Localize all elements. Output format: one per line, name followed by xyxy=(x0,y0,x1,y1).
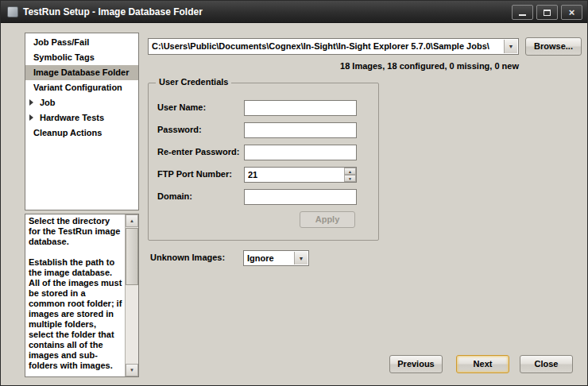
next-button[interactable]: Next xyxy=(456,355,509,373)
image-database-path-value: C:\Users\Public\Documents\Cognex\In-Sigh… xyxy=(152,39,502,54)
close-button-label: Close xyxy=(535,359,559,369)
apply-button[interactable]: Apply xyxy=(300,211,355,228)
minimize-button[interactable] xyxy=(512,5,533,20)
sidebar-item-label: Hardware Tests xyxy=(40,113,104,122)
password-row: Password: xyxy=(149,122,378,138)
maximize-icon xyxy=(544,10,551,16)
testrun-setup-dialog: TestRun Setup - Image Database Folder × … xyxy=(0,0,588,386)
password-input[interactable] xyxy=(244,122,357,138)
description-scrollbar[interactable]: ▲ ▼ xyxy=(125,214,138,376)
maximize-button[interactable] xyxy=(536,5,558,20)
browse-button-label: Browse... xyxy=(534,41,573,51)
window-title: TestRun Setup - Image Database Folder xyxy=(23,1,203,23)
close-icon: × xyxy=(569,7,575,17)
sidebar-item-variant-configuration[interactable]: Variant Configuration xyxy=(25,80,138,95)
window-controls: × xyxy=(512,5,582,20)
sidebar-item-label: Job xyxy=(40,98,56,107)
group-title: User Credentials xyxy=(156,77,231,87)
sidebar-item-image-database-folder[interactable]: Image Database Folder xyxy=(25,65,138,80)
unknown-images-label: Unknown Images: xyxy=(150,253,225,262)
sidebar-item-label: Cleanup Actions xyxy=(33,128,102,137)
spinner-up-icon[interactable]: ▲ xyxy=(344,168,356,175)
user-name-row: User Name: xyxy=(149,100,378,116)
description-panel: Select the directory for the TestRun ima… xyxy=(25,214,139,377)
domain-row: Domain: xyxy=(149,189,378,205)
ftp-port-label: FTP Port Number: xyxy=(157,169,232,179)
user-name-label: User Name: xyxy=(157,102,206,112)
scrollbar-thumb[interactable] xyxy=(126,228,138,285)
ftp-port-row: FTP Port Number: ▲ ▼ xyxy=(149,167,378,183)
close-dialog-button[interactable]: Close xyxy=(520,355,573,373)
app-icon xyxy=(7,6,18,17)
reenter-password-row: Re-enter Password: xyxy=(149,145,378,160)
reenter-password-input[interactable] xyxy=(244,145,357,160)
password-label: Password: xyxy=(157,125,202,134)
sidebar-item-label: Variant Configuration xyxy=(33,83,122,92)
ftp-port-spinner: ▲ ▼ xyxy=(344,168,356,182)
scroll-down-icon[interactable]: ▼ xyxy=(126,364,138,376)
ftp-port-input[interactable] xyxy=(244,167,357,183)
expand-arrow-icon[interactable] xyxy=(29,114,33,121)
previous-button-label: Previous xyxy=(397,359,434,369)
sidebar-item-job-pass-fail[interactable]: Job Pass/Fail xyxy=(25,35,138,50)
previous-button[interactable]: Previous xyxy=(389,355,443,373)
sidebar-item-label: Job Pass/Fail xyxy=(33,37,89,47)
expand-arrow-icon[interactable] xyxy=(29,99,33,106)
image-database-path-combo[interactable]: C:\Users\Public\Documents\Cognex\In-Sigh… xyxy=(148,38,519,55)
close-button[interactable]: × xyxy=(561,5,582,20)
user-name-input[interactable] xyxy=(244,100,357,116)
sidebar-item-cleanup-actions[interactable]: Cleanup Actions xyxy=(25,125,138,141)
scroll-up-icon[interactable]: ▲ xyxy=(126,214,138,227)
unknown-images-select[interactable]: Ignore ▼ xyxy=(243,250,309,266)
sidebar-item-symbolic-tags[interactable]: Symbolic Tags xyxy=(25,50,138,65)
image-count-status: 18 Images, 18 configured, 0 missing, 0 n… xyxy=(148,61,519,71)
user-credentials-group: User Credentials User Name: Password: Re… xyxy=(148,83,379,241)
domain-input[interactable] xyxy=(244,189,357,205)
domain-label: Domain: xyxy=(157,191,192,201)
setup-nav-list: Job Pass/Fail Symbolic Tags Image Databa… xyxy=(25,33,139,210)
browse-button[interactable]: Browse... xyxy=(525,37,582,56)
next-button-label: Next xyxy=(474,359,493,369)
sidebar-item-hardware-tests[interactable]: Hardware Tests xyxy=(25,110,138,125)
unknown-images-value: Ignore xyxy=(247,251,292,265)
sidebar-item-label: Image Database Folder xyxy=(33,68,129,77)
minimize-icon xyxy=(519,14,526,16)
sidebar-item-label: Symbolic Tags xyxy=(33,52,95,62)
spinner-down-icon[interactable]: ▼ xyxy=(344,175,356,182)
description-text: Select the directory for the TestRun ima… xyxy=(25,214,125,376)
reenter-password-label: Re-enter Password: xyxy=(157,147,239,156)
sidebar-item-job[interactable]: Job xyxy=(25,95,138,110)
chevron-down-icon[interactable]: ▼ xyxy=(504,40,517,53)
apply-button-label: Apply xyxy=(315,214,340,224)
titlebar: TestRun Setup - Image Database Folder × xyxy=(1,1,587,23)
chevron-down-icon[interactable]: ▼ xyxy=(294,252,308,264)
